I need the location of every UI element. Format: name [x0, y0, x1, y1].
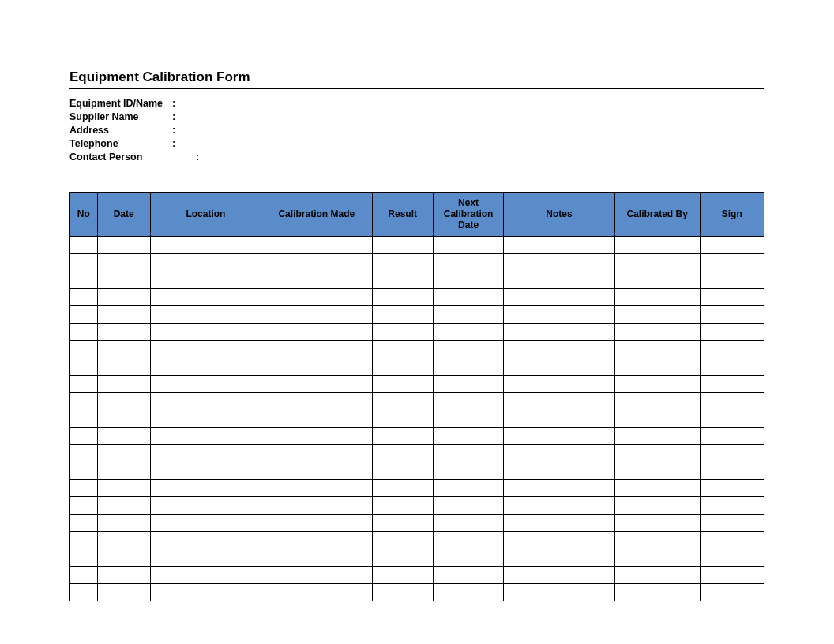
- col-header-result: Result: [372, 193, 433, 237]
- table-cell: [700, 428, 764, 445]
- table-cell: [700, 324, 764, 341]
- table-row: [70, 428, 764, 445]
- table-cell: [150, 341, 261, 358]
- table-cell: [150, 393, 261, 410]
- table-cell: [433, 497, 504, 515]
- meta-colon: :: [196, 151, 204, 164]
- table-cell: [70, 428, 98, 445]
- table-cell: [372, 497, 433, 515]
- table-cell: [97, 254, 150, 271]
- table-cell: [372, 393, 433, 410]
- table-row: [70, 445, 764, 462]
- table-cell: [372, 237, 433, 254]
- table-cell: [150, 410, 261, 428]
- col-header-calibrated-by: Calibrated By: [614, 193, 700, 237]
- table-cell: [614, 271, 700, 289]
- table-cell: [504, 341, 614, 358]
- table-cell: [433, 549, 504, 567]
- table-cell: [70, 410, 98, 428]
- table-row: [70, 410, 764, 428]
- calibration-table: No Date Location Calibration Made Result…: [70, 192, 764, 601]
- table-cell: [150, 306, 261, 324]
- table-cell: [614, 497, 700, 515]
- table-cell: [614, 584, 700, 601]
- table-cell: [700, 549, 764, 567]
- table-cell: [70, 376, 98, 393]
- table-cell: [372, 341, 433, 358]
- meta-block: Equipment ID/Name : Supplier Name : Addr…: [70, 97, 764, 163]
- table-cell: [261, 584, 372, 601]
- meta-colon: :: [172, 97, 180, 110]
- table-cell: [70, 549, 98, 567]
- table-cell: [372, 306, 433, 324]
- table-cell: [700, 237, 764, 254]
- table-cell: [372, 376, 433, 393]
- table-cell: [504, 497, 614, 515]
- table-cell: [70, 445, 98, 462]
- table-cell: [150, 549, 261, 567]
- table-cell: [150, 445, 261, 462]
- table-cell: [97, 462, 150, 480]
- table-cell: [70, 532, 98, 549]
- table-cell: [372, 254, 433, 271]
- table-cell: [433, 376, 504, 393]
- table-row: [70, 393, 764, 410]
- table-cell: [504, 393, 614, 410]
- table-cell: [150, 237, 261, 254]
- table-cell: [700, 306, 764, 324]
- table-cell: [433, 393, 504, 410]
- table-cell: [70, 584, 98, 601]
- table-row: [70, 324, 764, 341]
- table-cell: [261, 567, 372, 584]
- table-cell: [700, 341, 764, 358]
- meta-colon: :: [172, 137, 180, 151]
- table-cell: [372, 532, 433, 549]
- table-cell: [97, 358, 150, 376]
- table-cell: [614, 324, 700, 341]
- table-cell: [700, 271, 764, 289]
- meta-value: [180, 124, 764, 137]
- table-cell: [372, 462, 433, 480]
- table-cell: [614, 445, 700, 462]
- table-cell: [70, 341, 98, 358]
- table-cell: [433, 358, 504, 376]
- table-cell: [97, 341, 150, 358]
- table-cell: [433, 271, 504, 289]
- table-cell: [97, 532, 150, 549]
- table-cell: [372, 324, 433, 341]
- table-cell: [372, 358, 433, 376]
- table-cell: [97, 584, 150, 601]
- form-page: Equipment Calibration Form Equipment ID/…: [0, 0, 834, 601]
- table-cell: [150, 289, 261, 306]
- table-cell: [261, 289, 372, 306]
- table-cell: [150, 532, 261, 549]
- table-row: [70, 515, 764, 532]
- table-cell: [700, 289, 764, 306]
- table-cell: [150, 497, 261, 515]
- table-cell: [504, 410, 614, 428]
- table-row: [70, 567, 764, 584]
- table-cell: [614, 462, 700, 480]
- table-cell: [372, 289, 433, 306]
- table-cell: [700, 376, 764, 393]
- table-cell: [433, 480, 504, 497]
- table-cell: [97, 445, 150, 462]
- table-cell: [433, 341, 504, 358]
- table-cell: [261, 532, 372, 549]
- table-cell: [614, 341, 700, 358]
- col-header-location: Location: [150, 193, 261, 237]
- table-cell: [261, 497, 372, 515]
- table-cell: [614, 532, 700, 549]
- table-row: [70, 584, 764, 601]
- meta-colon: :: [172, 124, 180, 137]
- table-cell: [261, 549, 372, 567]
- table-cell: [614, 480, 700, 497]
- table-cell: [700, 254, 764, 271]
- meta-row-address: Address :: [70, 124, 764, 137]
- table-cell: [504, 237, 614, 254]
- table-cell: [97, 306, 150, 324]
- table-cell: [372, 410, 433, 428]
- table-cell: [261, 271, 372, 289]
- table-cell: [700, 497, 764, 515]
- table-row: [70, 237, 764, 254]
